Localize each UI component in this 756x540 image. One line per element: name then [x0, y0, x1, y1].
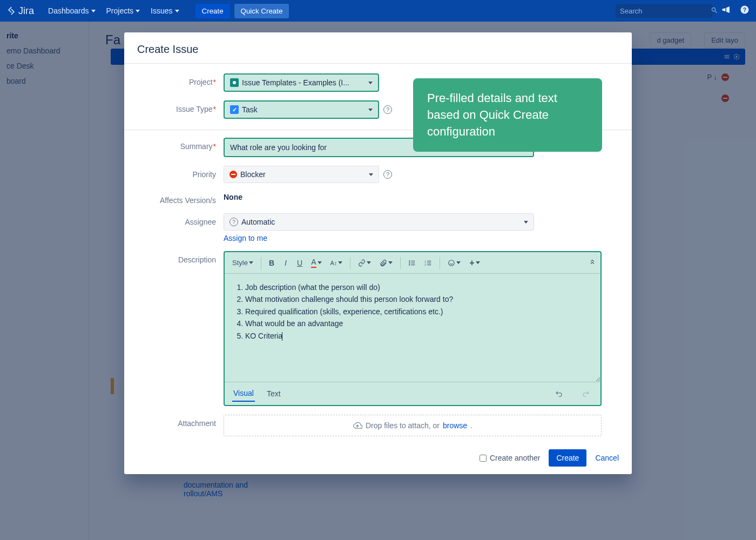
attachment-button[interactable]: [376, 257, 396, 269]
search-box[interactable]: [616, 4, 713, 18]
browse-link[interactable]: browse: [443, 421, 467, 430]
create-issue-dialog: Create Issue Project Issue Templates - E…: [124, 32, 632, 474]
create-button[interactable]: Create: [195, 4, 230, 18]
help-icon[interactable]: ?: [383, 105, 392, 114]
svg-point-5: [409, 262, 410, 263]
chevron-down-icon: [318, 261, 322, 264]
redo-button[interactable]: [578, 387, 593, 400]
task-icon: [230, 105, 239, 114]
link-button[interactable]: [355, 257, 374, 269]
priority-select[interactable]: Blocker: [224, 166, 379, 183]
description-label: Description: [137, 251, 224, 264]
chevron-down-icon: [367, 261, 371, 264]
modal-overlay: Create Issue Project Issue Templates - E…: [0, 22, 756, 540]
jira-logo[interactable]: Jira: [6, 5, 34, 17]
nav-issues[interactable]: Issues: [145, 0, 184, 22]
chevron-down-icon: [388, 261, 393, 264]
summary-label: Summary: [137, 138, 224, 151]
automatic-icon: ?: [230, 218, 238, 226]
help-icon[interactable]: ?: [383, 170, 392, 179]
nav-dashboards[interactable]: Dashboards: [43, 0, 101, 22]
affects-value: None: [224, 192, 242, 201]
blocker-icon: [230, 171, 237, 178]
editor-textarea[interactable]: Job description (what the person will do…: [225, 274, 600, 382]
top-nav: Jira Dashboards Projects Issues Create Q…: [0, 0, 756, 22]
svg-point-7: [409, 264, 410, 265]
svg-rect-8: [411, 264, 415, 265]
svg-rect-6: [411, 262, 415, 263]
assignee-label: Assignee: [137, 213, 224, 226]
project-label: Project: [137, 73, 224, 86]
chevron-down-icon: [456, 261, 461, 264]
logo-text: Jira: [18, 5, 34, 17]
chevron-down-icon: [524, 221, 528, 224]
cancel-link[interactable]: Cancel: [595, 454, 619, 462]
chevron-down-icon: [91, 10, 96, 12]
svg-text:3: 3: [425, 263, 427, 266]
chevron-down-icon: [338, 261, 342, 264]
dialog-title: Create Issue: [124, 32, 632, 64]
svg-point-3: [409, 260, 410, 261]
text-tab[interactable]: Text: [266, 386, 282, 401]
project-select[interactable]: Issue Templates - Examples (I...: [224, 73, 379, 92]
text-cursor: [282, 332, 282, 341]
bullet-list-button[interactable]: [405, 257, 419, 269]
number-list-button[interactable]: 123: [421, 257, 435, 269]
svg-rect-12: [428, 262, 431, 263]
visual-tab[interactable]: Visual: [232, 386, 255, 402]
editor-footer: Visual Text: [225, 382, 600, 405]
svg-rect-14: [428, 264, 431, 265]
project-icon: [230, 78, 239, 87]
collapse-toolbar-icon[interactable]: [589, 258, 596, 268]
search-input[interactable]: [620, 7, 711, 15]
upload-icon: [353, 421, 362, 430]
description-editor: Style B I U A A↕: [224, 251, 602, 406]
more-button[interactable]: +: [466, 256, 483, 270]
issue-type-label: Issue Type: [137, 100, 224, 113]
underline-button[interactable]: U: [294, 256, 306, 269]
attachment-label: Attachment: [137, 415, 224, 428]
italic-button[interactable]: I: [280, 256, 292, 269]
text-color-button[interactable]: A: [308, 255, 325, 270]
emoji-button[interactable]: [444, 257, 464, 269]
assign-to-me-link[interactable]: Assign to me: [224, 234, 267, 242]
chevron-down-icon: [368, 82, 373, 84]
svg-text:?: ?: [743, 6, 746, 13]
bold-button[interactable]: B: [266, 256, 278, 269]
assignee-select[interactable]: ?Automatic: [224, 213, 534, 231]
svg-rect-4: [411, 260, 415, 261]
issue-type-select[interactable]: Task: [224, 100, 379, 119]
feedback-icon[interactable]: [721, 5, 731, 17]
annotation-callout: Pre-filled details and text based on Qui…: [413, 78, 602, 152]
svg-point-15: [449, 260, 455, 266]
priority-label: Priority: [137, 166, 224, 179]
chevron-down-icon: [249, 261, 253, 264]
quick-create-button[interactable]: Quick Create: [234, 4, 289, 18]
attachment-dropzone[interactable]: Drop files to attach, or browse.: [224, 415, 602, 436]
help-icon[interactable]: ?: [740, 5, 750, 17]
more-format-button[interactable]: A↕: [327, 258, 346, 268]
chevron-down-icon: [369, 173, 373, 176]
create-another-checkbox[interactable]: Create another: [480, 454, 540, 462]
editor-toolbar: Style B I U A A↕: [225, 252, 600, 274]
chevron-down-icon: [175, 10, 179, 12]
affects-label: Affects Version/s: [137, 192, 224, 205]
style-dropdown[interactable]: Style: [229, 256, 256, 269]
create-another-input[interactable]: [480, 455, 487, 462]
undo-button[interactable]: [552, 387, 567, 400]
create-submit-button[interactable]: Create: [549, 449, 586, 467]
svg-rect-10: [428, 260, 431, 261]
dialog-footer: Create another Create Cancel: [124, 442, 632, 474]
chevron-down-icon: [136, 10, 140, 12]
chevron-down-icon: [368, 109, 373, 111]
nav-projects[interactable]: Projects: [101, 0, 146, 22]
search-icon: [711, 6, 718, 16]
chevron-down-icon: [476, 261, 480, 264]
jira-logo-icon: [6, 6, 16, 16]
